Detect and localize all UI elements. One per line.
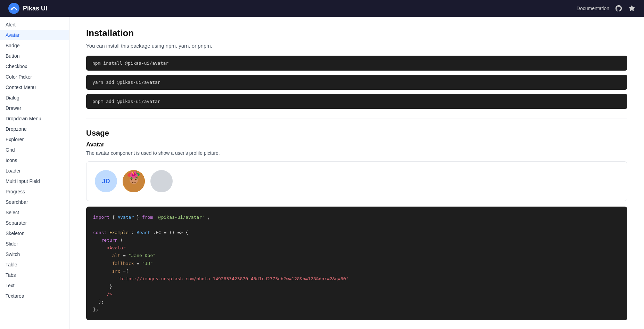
sidebar-item-button[interactable]: Button (0, 51, 69, 61)
sidebar-item-context-menu[interactable]: Context Menu (0, 82, 69, 93)
sidebar-item-grid[interactable]: Grid (0, 145, 69, 155)
sidebar-item-switch[interactable]: Switch (0, 249, 69, 259)
main-content: Installation You can install this packag… (69, 17, 644, 329)
sidebar-item-searchbar[interactable]: Searchbar (0, 197, 69, 207)
pnpm-command: pnpm add @pikas-ui/avatar (86, 94, 627, 109)
sidebar-item-icons[interactable]: Icons (0, 155, 69, 166)
sidebar-item-avatar[interactable]: Avatar (0, 30, 69, 40)
svg-point-8 (134, 171, 137, 174)
code-line-1: import { Avatar } from '@pikas-ui/avatar… (93, 214, 620, 221)
code-line-4: return ( (93, 236, 620, 244)
sidebar-item-textarea[interactable]: Textarea (0, 291, 69, 301)
yarn-command-text: yarn add @pikas-ui/avatar (92, 80, 160, 85)
installation-title: Installation (86, 28, 627, 39)
header: Pikas UI Documentation (0, 0, 644, 17)
svg-point-5 (132, 172, 136, 175)
sidebar-item-dropdown-menu[interactable]: Dropdown Menu (0, 113, 69, 124)
avatar-demo: JD (86, 161, 627, 201)
code-line-10: } (93, 283, 620, 290)
avatar-section-title: Avatar (86, 141, 627, 148)
sidebar-item-dropzone[interactable]: Dropzone (0, 124, 69, 134)
sidebar-item-badge[interactable]: Badge (0, 40, 69, 51)
code-line-9: 'https://images.unsplash.com/photo-14926… (93, 275, 620, 283)
pnpm-command-text: pnpm add @pikas-ui/avatar (92, 99, 160, 104)
documentation-link[interactable]: Documentation (577, 6, 609, 11)
sidebar-item-explorer[interactable]: Explorer (0, 134, 69, 145)
npm-command-text: npm install @pikas-ui/avatar (92, 61, 168, 66)
avatar-face (123, 170, 145, 192)
sidebar-item-table[interactable]: Table (0, 259, 69, 270)
avatar-image (123, 170, 145, 192)
logo-icon (8, 3, 19, 14)
npm-command: npm install @pikas-ui/avatar (86, 56, 627, 71)
code-line-13: }; (93, 306, 620, 313)
avatar-face-svg (123, 170, 145, 192)
svg-point-7 (131, 172, 134, 174)
sidebar-item-drawer[interactable]: Drawer (0, 103, 69, 113)
section-divider (86, 119, 627, 119)
sidebar-item-checkbox[interactable]: Checkbox (0, 61, 69, 72)
avatar-placeholder (150, 170, 173, 192)
sidebar-item-progress[interactable]: Progress (0, 186, 69, 197)
layout: AlertAvatarBadgeButtonCheckboxColor Pick… (0, 17, 644, 329)
sidebar-item-alert[interactable]: Alert (0, 19, 69, 30)
code-line-6: alt = "Jane Doe" (93, 252, 620, 259)
avatar-section-description: The avatar component is used to show a u… (86, 150, 627, 156)
code-line-5: <Avatar (93, 244, 620, 252)
svg-point-9 (131, 179, 132, 180)
sidebar-item-dialog[interactable]: Dialog (0, 93, 69, 103)
code-line-11: /> (93, 290, 620, 298)
sidebar-item-loader[interactable]: Loader (0, 166, 69, 176)
star-icon[interactable] (628, 5, 636, 12)
code-example: import { Avatar } from '@pikas-ui/avatar… (86, 207, 627, 320)
svg-point-10 (135, 179, 137, 180)
yarn-command: yarn add @pikas-ui/avatar (86, 75, 627, 90)
sidebar-item-skeleton[interactable]: Skeleton (0, 228, 69, 239)
logo-text: Pikas UI (23, 5, 47, 12)
svg-point-1 (12, 8, 14, 10)
logo[interactable]: Pikas UI (8, 3, 47, 14)
code-line-7: fallback = "JD" (93, 260, 620, 267)
sidebar-item-separator[interactable]: Separator (0, 218, 69, 228)
sidebar-item-color-picker[interactable]: Color Picker (0, 72, 69, 82)
sidebar-item-multi-input-field[interactable]: Multi Input Field (0, 176, 69, 186)
usage-title: Usage (86, 129, 627, 138)
sidebar: AlertAvatarBadgeButtonCheckboxColor Pick… (0, 17, 69, 329)
svg-point-0 (8, 3, 19, 14)
sidebar-item-slider[interactable]: Slider (0, 239, 69, 249)
code-line-8: src ={ (93, 267, 620, 275)
avatar-initials: JD (95, 170, 117, 192)
installation-description: You can install this package using npm, … (86, 43, 627, 49)
code-line-3: const Example : React .FC = () => { (93, 229, 620, 236)
sidebar-item-select[interactable]: Select (0, 207, 69, 218)
sidebar-item-text[interactable]: Text (0, 280, 69, 291)
header-right: Documentation (577, 5, 636, 12)
sidebar-item-tabs[interactable]: Tabs (0, 270, 69, 280)
github-icon[interactable] (615, 5, 622, 12)
code-line-12: ); (93, 298, 620, 306)
